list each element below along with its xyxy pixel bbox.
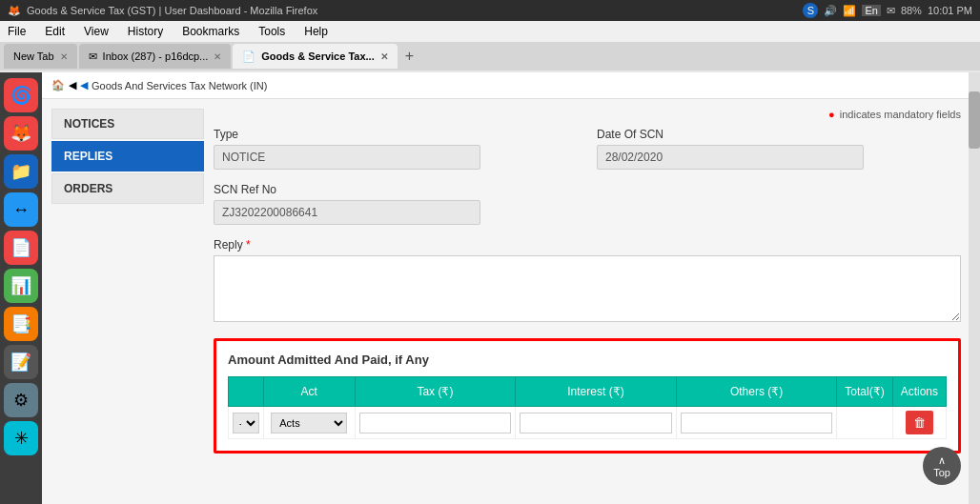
menu-bar: File Edit View History Bookmarks Tools H… [0,21,980,42]
nav-orders[interactable]: ORDERS [51,173,204,204]
reply-textarea[interactable] [214,255,961,322]
main-content: 🏠 ◀ ◀ Goods And Services Tax Network (IN… [42,72,980,504]
tab-gst[interactable]: 📄 Goods & Service Tax... ✕ [233,44,397,69]
reply-label: Reply * [214,238,961,252]
close-tab-icon[interactable]: ✕ [380,51,388,62]
inbox-icon: ✉ [89,50,97,63]
row-stepper[interactable]: - [233,413,259,433]
tax-input[interactable] [359,413,512,433]
app-sheets[interactable]: 📊 [4,269,38,303]
delete-row-button[interactable]: 🗑 [906,411,933,434]
tab-gst-icon: 📄 [242,50,255,63]
th-num [229,377,264,407]
tray-time: 10:01 PM [928,5,972,16]
th-interest: Interest (₹) [516,377,677,407]
reply-required-indicator: * [243,238,251,252]
top-arrow-icon: ∧ [938,454,946,467]
firefox-icon: 🦊 [8,5,21,17]
row-actions-cell: 🗑 [892,407,946,439]
app-ubuntu[interactable]: 🌀 [4,78,38,112]
date-col: Date Of SCN [597,128,961,170]
left-navigation: NOTICES REPLIES ORDERS [51,109,204,454]
app-special[interactable]: ✳ [4,421,38,455]
tray-en: En [862,5,880,16]
window-title: Goods & Service Tax (GST) | User Dashboa… [27,5,317,16]
menu-edit[interactable]: Edit [41,23,69,40]
menu-file[interactable]: File [4,23,30,40]
type-label: Type [214,128,578,141]
row-others-cell [676,407,837,439]
th-tax: Tax (₹) [355,377,516,407]
top-label: Top [933,467,950,478]
scn-label: SCN Ref No [214,183,961,196]
th-total: Total(₹) [837,377,892,407]
tab-inbox[interactable]: ✉ Inbox (287) - p16dcp... ✕ [79,44,232,69]
amount-table: Act Tax (₹) Interest (₹) Others (₹) Tota… [228,376,947,439]
menu-tools[interactable]: Tools [255,23,289,40]
menu-bookmarks[interactable]: Bookmarks [178,23,243,40]
ubuntu-sidebar: 🌀 🦊 📁 ↔ 📄 📊 📑 📝 ⚙ ✳ [0,72,42,461]
row-tax-cell [355,407,516,439]
table-row: - Acts CGST SGST IGST [229,407,947,439]
scn-row: SCN Ref No [214,183,961,225]
row-total-cell [837,407,892,439]
interest-input[interactable] [520,413,672,433]
amount-title: Amount Admitted And Paid, if Any [228,353,947,367]
th-others: Others (₹) [676,377,837,407]
tray-wifi: 📶 [843,5,856,17]
menu-help[interactable]: Help [300,23,332,40]
tab-label: Inbox (287) - p16dcp... [103,50,209,62]
others-input[interactable] [681,413,833,433]
th-actions: Actions [892,377,946,407]
menu-history[interactable]: History [124,23,167,40]
close-tab-icon[interactable]: ✕ [214,51,221,62]
type-col: Type [214,128,578,170]
date-input[interactable] [597,145,864,170]
mandatory-dot: ● [828,109,835,120]
scroll-thumb[interactable] [969,91,980,149]
th-act: Act [264,377,356,407]
tab-label: Goods & Service Tax... [261,50,374,62]
title-bar: 🦊 Goods & Service Tax (GST) | User Dashb… [0,0,980,21]
scroll-to-top-button[interactable]: ∧ Top [923,447,961,485]
nav-replies[interactable]: REPLIES [51,141,204,171]
tab-label: New Tab [13,50,54,62]
act-select[interactable]: Acts CGST SGST IGST [271,413,347,433]
app-docs[interactable]: ↔ [4,192,38,227]
row-num-cell: - [229,407,264,439]
new-tab-button[interactable]: + [399,48,419,65]
breadcrumb: Goods And Services Tax Network (IN) [92,80,267,91]
scrollbar[interactable] [969,72,980,504]
scn-input[interactable] [214,200,480,225]
amount-section: Amount Admitted And Paid, if Any Act Tax… [214,338,961,454]
tray-volume: 🔊 [824,5,837,17]
reply-row: Reply * [214,238,961,325]
tray-bluetooth: ✉ [887,5,895,17]
mandatory-note: ● indicates mandatory fields [214,109,961,120]
page-content: NOTICES REPLIES ORDERS ● indicates manda… [42,99,980,463]
close-tab-icon[interactable]: ✕ [60,51,68,62]
app-text[interactable]: 📝 [4,345,38,379]
tray-s: S [803,3,818,18]
type-input[interactable] [214,145,480,170]
home-nav-icon[interactable]: 🏠 [51,79,65,91]
app-impress[interactable]: 📑 [4,307,38,341]
row-act-cell: Acts CGST SGST IGST [264,407,356,439]
back-nav-link[interactable]: ◀ [80,79,88,91]
app-settings[interactable]: ⚙ [4,383,38,417]
nav-notices[interactable]: NOTICES [51,109,204,139]
type-date-row: Type Date Of SCN [214,128,961,170]
menu-view[interactable]: View [80,23,112,40]
tab-new-tab[interactable]: New Tab ✕ [4,44,77,69]
row-interest-cell [516,407,677,439]
date-label: Date Of SCN [597,128,961,141]
gst-nav: 🏠 ◀ ◀ Goods And Services Tax Network (IN… [42,72,980,99]
tray-battery: 88% [901,5,922,16]
form-area: ● indicates mandatory fields Type Date O… [214,109,961,454]
app-pdf[interactable]: 📄 [4,231,38,265]
app-firefox[interactable]: 🦊 [4,116,38,151]
app-files[interactable]: 📁 [4,154,38,189]
tab-bar: New Tab ✕ ✉ Inbox (287) - p16dcp... ✕ 📄 … [0,42,980,71]
